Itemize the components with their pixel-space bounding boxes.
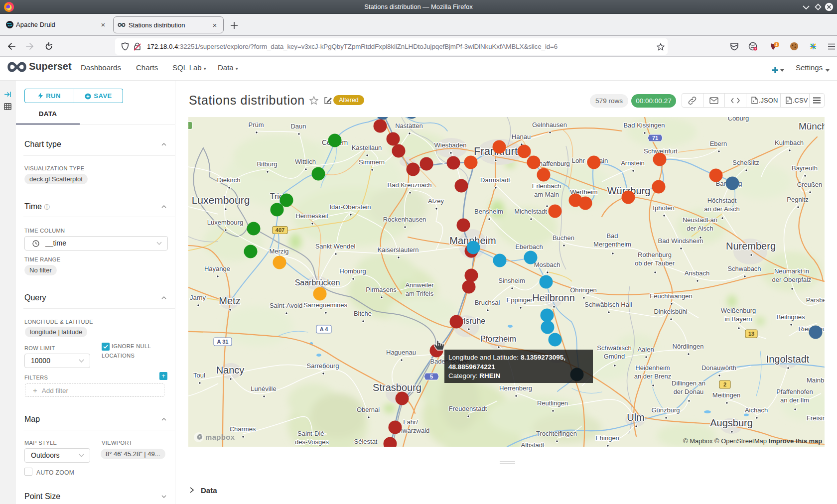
svg-text:Parsberg: Parsberg bbox=[806, 296, 825, 304]
svg-text:Gmünd: Gmünd bbox=[604, 353, 625, 360]
svg-text:Bad Kreuznach: Bad Kreuznach bbox=[388, 181, 432, 189]
svg-text:Mainburg: Mainburg bbox=[807, 377, 825, 384]
svg-text:Rothenburg: Rothenburg bbox=[638, 251, 672, 258]
svg-text:Dinkelsbühl: Dinkelsbühl bbox=[654, 308, 687, 315]
svg-text:Sélestat: Sélestat bbox=[354, 438, 378, 445]
svg-text:Luxembourg: Luxembourg bbox=[192, 194, 250, 206]
svg-text:München: München bbox=[799, 121, 825, 131]
svg-text:Wiesbaden: Wiesbaden bbox=[434, 141, 466, 149]
svg-text:Arnstein: Arnstein bbox=[621, 159, 645, 167]
svg-text:Haguenau: Haguenau bbox=[386, 349, 416, 356]
svg-text:am Trifels: am Trifels bbox=[406, 290, 434, 297]
svg-text:der Aisch: der Aisch bbox=[687, 225, 713, 232]
svg-text:Aichach: Aichach bbox=[745, 406, 768, 414]
svg-text:2: 2 bbox=[775, 42, 777, 47]
svg-text:Saint-Dié-: Saint-Dié- bbox=[297, 430, 326, 437]
svg-text:Sinsheim: Sinsheim bbox=[498, 277, 525, 284]
svg-text:Pfaffenhofen: Pfaffenhofen bbox=[776, 388, 813, 395]
svg-text:Lunéville: Lunéville bbox=[251, 385, 276, 392]
svg-text:407: 407 bbox=[276, 227, 284, 233]
svg-text:Freising: Freising bbox=[807, 414, 825, 422]
svg-text:A 4: A 4 bbox=[320, 326, 329, 332]
svg-text:Hayange: Hayange bbox=[204, 265, 230, 272]
svg-text:des-Vosges: des-Vosges bbox=[295, 438, 329, 446]
svg-text:mapbox: mapbox bbox=[205, 433, 235, 441]
svg-text:Herrenberg: Herrenberg bbox=[499, 384, 532, 392]
svg-text:Darmstadt: Darmstadt bbox=[480, 176, 510, 184]
svg-text:Prüm: Prüm bbox=[248, 121, 264, 128]
svg-text:Eberbach: Eberbach bbox=[515, 243, 543, 251]
svg-text:der Donau: der Donau bbox=[674, 388, 704, 395]
svg-text:Nancy: Nancy bbox=[216, 365, 245, 376]
svg-text:Kaiserslautern: Kaiserslautern bbox=[377, 246, 418, 253]
svg-text:an der Ilm: an der Ilm bbox=[780, 396, 809, 404]
svg-text:Sarreguemines: Sarreguemines bbox=[303, 301, 348, 309]
svg-text:Donauwörth: Donauwörth bbox=[701, 364, 736, 372]
svg-text:Iphofen: Iphofen bbox=[653, 204, 674, 212]
svg-text:Bitburg: Bitburg bbox=[257, 160, 277, 168]
svg-text:Sankt Wendel: Sankt Wendel bbox=[315, 243, 356, 250]
svg-text:Mosbach: Mosbach bbox=[534, 261, 560, 268]
svg-text:Weißenburg: Weißenburg bbox=[721, 307, 756, 314]
svg-text:Buchen: Buchen bbox=[553, 234, 574, 242]
svg-text:Albstadt: Albstadt bbox=[521, 441, 545, 447]
svg-text:Homburg: Homburg bbox=[339, 267, 366, 275]
svg-text:Nastätten: Nastätten bbox=[395, 122, 423, 129]
svg-text:Coburg: Coburg bbox=[728, 117, 749, 122]
svg-text:Bad: Bad bbox=[606, 232, 618, 240]
svg-text:Pirmasens: Pirmasens bbox=[366, 286, 397, 293]
svg-text:Charmes: Charmes bbox=[230, 425, 256, 433]
svg-text:71: 71 bbox=[652, 135, 658, 141]
svg-text:Ehingen: Ehingen bbox=[595, 434, 619, 442]
svg-text:am Main: am Main bbox=[534, 191, 559, 198]
svg-text:Heilbronn: Heilbronn bbox=[532, 292, 575, 303]
svg-text:Merzig: Merzig bbox=[269, 248, 288, 255]
svg-text:Obernai: Obernai bbox=[357, 406, 380, 413]
svg-text:Schwäbisch Hall: Schwäbisch Hall bbox=[584, 301, 632, 308]
svg-text:Saarbrücken: Saarbrücken bbox=[295, 278, 340, 287]
svg-text:Annweiler: Annweiler bbox=[405, 281, 434, 289]
svg-text:Ingolstadt: Ingolstadt bbox=[766, 354, 810, 365]
svg-text:Bad Kissingen: Bad Kissingen bbox=[623, 122, 665, 129]
svg-text:Bayreuth: Bayreuth bbox=[792, 164, 818, 172]
svg-text:Meitingen: Meitingen bbox=[712, 391, 740, 399]
svg-text:Ulm: Ulm bbox=[627, 412, 645, 423]
svg-text:Creußen: Creußen bbox=[797, 181, 823, 188]
svg-text:Alzey: Alzey bbox=[428, 197, 444, 205]
svg-text:Nördlingen: Nördlingen bbox=[673, 343, 704, 350]
svg-text:Daun: Daun bbox=[290, 123, 306, 130]
svg-text:Diekirch: Diekirch bbox=[217, 176, 241, 184]
svg-text:an der Aisch: an der Aisch bbox=[704, 205, 740, 213]
svg-text:Pforzheim: Pforzheim bbox=[480, 335, 516, 343]
svg-text:Feuchtwangen: Feuchtwangen bbox=[650, 292, 692, 300]
svg-text:2: 2 bbox=[723, 381, 726, 387]
svg-text:Sarrebourg: Sarrebourg bbox=[306, 362, 339, 370]
svg-text:13: 13 bbox=[748, 331, 754, 337]
svg-text:Michelstadt: Michelstadt bbox=[514, 208, 547, 215]
svg-text:Saint-Avold: Saint-Avold bbox=[270, 302, 302, 309]
svg-text:Pegnitz: Pegnitz bbox=[787, 196, 808, 203]
svg-text:Gelnhausen: Gelnhausen bbox=[532, 121, 567, 128]
svg-text:Neustadt an: Neustadt an bbox=[683, 216, 717, 224]
svg-text:Nuremberg: Nuremberg bbox=[726, 241, 776, 252]
svg-text:der Oberpfalz: der Oberpfalz bbox=[772, 276, 812, 283]
svg-text:Lahr/: Lahr/ bbox=[403, 418, 418, 426]
svg-text:Augsburg: Augsburg bbox=[710, 417, 753, 428]
svg-text:Hanau: Hanau bbox=[512, 133, 531, 140]
svg-text:in Bayern: in Bayern bbox=[725, 315, 752, 323]
svg-text:Bruchsal: Bruchsal bbox=[475, 299, 500, 306]
svg-text:Ebern: Ebern bbox=[710, 140, 727, 147]
svg-text:Aalen: Aalen bbox=[637, 346, 654, 353]
svg-text:Schwabach: Schwabach bbox=[727, 265, 761, 272]
svg-text:an der Brenz: an der Brenz bbox=[634, 373, 671, 380]
svg-text:Kulmbach: Kulmbach bbox=[775, 139, 804, 146]
svg-text:Simmern: Simmern bbox=[359, 158, 385, 166]
svg-text:Freudenstadt: Freudenstadt bbox=[449, 405, 487, 412]
svg-text:Kastellaun: Kastellaun bbox=[352, 144, 382, 151]
svg-text:Bad Windsheim: Bad Windsheim bbox=[658, 237, 703, 245]
svg-text:Luxembourg: Luxembourg bbox=[207, 219, 243, 226]
svg-text:A 31: A 31 bbox=[217, 339, 229, 345]
svg-text:Jarny: Jarny bbox=[190, 294, 206, 301]
svg-text:Höchstadt: Höchstadt bbox=[707, 197, 737, 204]
svg-text:Strasbourg: Strasbourg bbox=[373, 382, 421, 393]
